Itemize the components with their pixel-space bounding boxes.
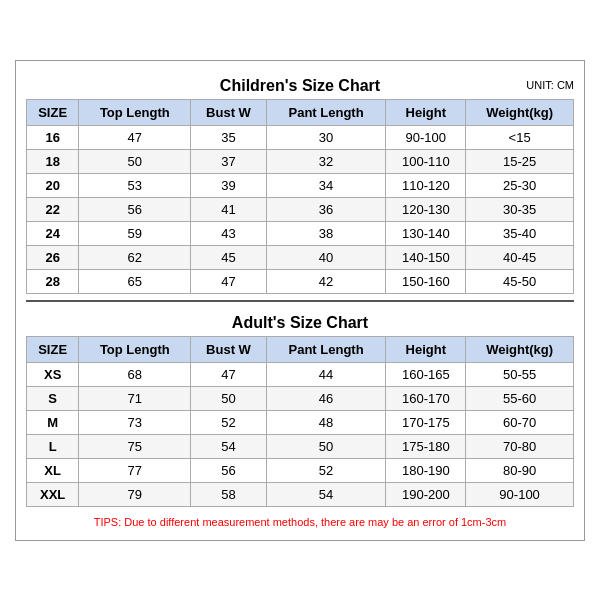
- table-cell: 38: [266, 221, 386, 245]
- table-cell: 68: [79, 362, 191, 386]
- table-cell: 40: [266, 245, 386, 269]
- children-header-size: SIZE: [27, 99, 79, 125]
- table-cell: 140-150: [386, 245, 466, 269]
- children-header-pant-length: Pant Length: [266, 99, 386, 125]
- table-cell: 41: [191, 197, 266, 221]
- table-cell: 54: [191, 434, 266, 458]
- table-cell: L: [27, 434, 79, 458]
- table-cell: 79: [79, 482, 191, 506]
- table-cell: 34: [266, 173, 386, 197]
- table-row: 26624540140-15040-45: [27, 245, 574, 269]
- adults-table-body: XS684744160-16550-55S715046160-17055-60M…: [27, 362, 574, 506]
- table-cell: XS: [27, 362, 79, 386]
- table-cell: 47: [191, 269, 266, 293]
- children-header-bust-w: Bust W: [191, 99, 266, 125]
- table-cell: 90-100: [466, 482, 574, 506]
- unit-label: UNIT: CM: [526, 79, 574, 91]
- adults-header-row: SIZE Top Length Bust W Pant Length Heigh…: [27, 336, 574, 362]
- table-cell: 37: [191, 149, 266, 173]
- table-cell: 30: [266, 125, 386, 149]
- table-cell: 120-130: [386, 197, 466, 221]
- table-row: 20533934110-12025-30: [27, 173, 574, 197]
- table-cell: 56: [191, 458, 266, 482]
- children-header-weight: Weight(kg): [466, 99, 574, 125]
- table-cell: 44: [266, 362, 386, 386]
- table-cell: 65: [79, 269, 191, 293]
- children-title-text: Children's Size Chart: [220, 77, 380, 94]
- table-cell: 15-25: [466, 149, 574, 173]
- table-cell: 77: [79, 458, 191, 482]
- table-cell: 160-170: [386, 386, 466, 410]
- table-cell: 39: [191, 173, 266, 197]
- table-cell: 40-45: [466, 245, 574, 269]
- table-cell: 110-120: [386, 173, 466, 197]
- table-cell: 75: [79, 434, 191, 458]
- adults-header-top-length: Top Length: [79, 336, 191, 362]
- table-cell: 36: [266, 197, 386, 221]
- table-cell: 100-110: [386, 149, 466, 173]
- children-header-top-length: Top Length: [79, 99, 191, 125]
- table-cell: 71: [79, 386, 191, 410]
- table-cell: 170-175: [386, 410, 466, 434]
- table-row: XS684744160-16550-55: [27, 362, 574, 386]
- adults-header-weight: Weight(kg): [466, 336, 574, 362]
- table-cell: 60-70: [466, 410, 574, 434]
- table-cell: 22: [27, 197, 79, 221]
- table-cell: 48: [266, 410, 386, 434]
- table-cell: 25-30: [466, 173, 574, 197]
- section-divider: [26, 300, 574, 302]
- table-cell: XXL: [27, 482, 79, 506]
- table-cell: <15: [466, 125, 574, 149]
- adults-title-text: Adult's Size Chart: [232, 314, 368, 331]
- table-row: 24594338130-14035-40: [27, 221, 574, 245]
- table-cell: 50: [79, 149, 191, 173]
- table-cell: 18: [27, 149, 79, 173]
- table-cell: 32: [266, 149, 386, 173]
- table-cell: 35: [191, 125, 266, 149]
- table-cell: 52: [266, 458, 386, 482]
- table-cell: M: [27, 410, 79, 434]
- table-cell: 30-35: [466, 197, 574, 221]
- table-cell: 54: [266, 482, 386, 506]
- table-cell: 130-140: [386, 221, 466, 245]
- table-cell: 70-80: [466, 434, 574, 458]
- table-row: M735248170-17560-70: [27, 410, 574, 434]
- table-cell: 190-200: [386, 482, 466, 506]
- table-cell: 46: [266, 386, 386, 410]
- table-cell: 160-165: [386, 362, 466, 386]
- table-cell: 59: [79, 221, 191, 245]
- table-cell: 24: [27, 221, 79, 245]
- table-cell: 50-55: [466, 362, 574, 386]
- table-cell: 62: [79, 245, 191, 269]
- table-row: 28654742150-16045-50: [27, 269, 574, 293]
- children-size-table: SIZE Top Length Bust W Pant Length Heigh…: [26, 99, 574, 294]
- table-row: 1647353090-100<15: [27, 125, 574, 149]
- table-cell: 55-60: [466, 386, 574, 410]
- tips-text: TIPS: Due to different measurement metho…: [26, 511, 574, 530]
- size-chart-container: Children's Size Chart UNIT: CM SIZE Top …: [15, 60, 585, 541]
- table-cell: 43: [191, 221, 266, 245]
- table-cell: 47: [79, 125, 191, 149]
- table-cell: 42: [266, 269, 386, 293]
- children-header-height: Height: [386, 99, 466, 125]
- table-cell: 47: [191, 362, 266, 386]
- table-row: S715046160-17055-60: [27, 386, 574, 410]
- children-section-title: Children's Size Chart UNIT: CM: [26, 71, 574, 99]
- table-row: XL775652180-19080-90: [27, 458, 574, 482]
- table-cell: 80-90: [466, 458, 574, 482]
- table-cell: 20: [27, 173, 79, 197]
- table-cell: 26: [27, 245, 79, 269]
- table-cell: 58: [191, 482, 266, 506]
- table-cell: XL: [27, 458, 79, 482]
- table-cell: 35-40: [466, 221, 574, 245]
- table-cell: 45-50: [466, 269, 574, 293]
- adults-header-pant-length: Pant Length: [266, 336, 386, 362]
- adults-header-bust-w: Bust W: [191, 336, 266, 362]
- table-cell: 90-100: [386, 125, 466, 149]
- table-cell: 52: [191, 410, 266, 434]
- adults-header-size: SIZE: [27, 336, 79, 362]
- adults-section-title: Adult's Size Chart: [26, 308, 574, 336]
- table-cell: 180-190: [386, 458, 466, 482]
- table-cell: 175-180: [386, 434, 466, 458]
- table-row: 18503732100-11015-25: [27, 149, 574, 173]
